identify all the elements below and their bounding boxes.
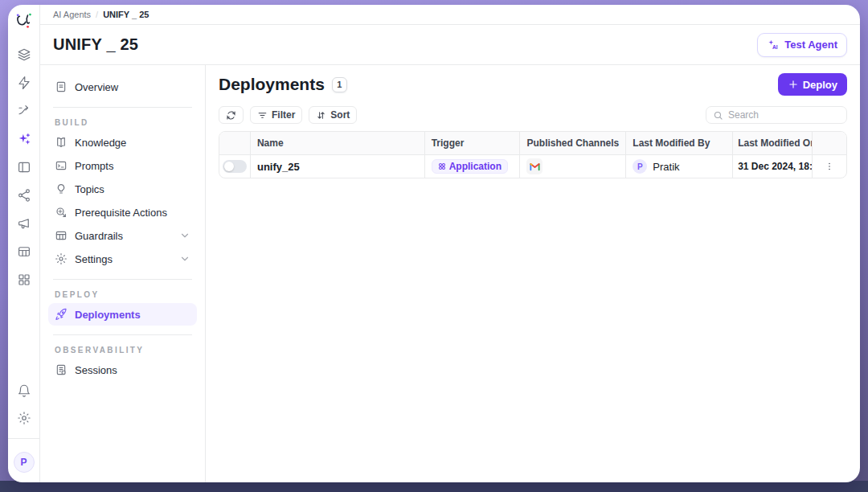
sort-label: Sort — [330, 109, 350, 121]
refresh-icon — [226, 110, 236, 121]
grid-small-icon — [438, 162, 446, 170]
search-icon — [713, 110, 723, 121]
column-header-name: Name — [250, 132, 424, 154]
test-agent-button[interactable]: AI Test Agent — [757, 33, 847, 57]
trigger-badge: Application — [432, 159, 508, 174]
sidebar-item-overview[interactable]: Overview — [48, 76, 197, 98]
share-icon[interactable] — [17, 188, 31, 203]
rail-divider — [8, 438, 39, 439]
flow-icon[interactable] — [17, 104, 31, 118]
book-icon — [55, 136, 68, 149]
section-title-build: BUILD — [55, 118, 190, 127]
sidebar-item-label: Settings — [75, 253, 113, 265]
deployments-panel: Deployments 1 Deploy — [206, 65, 860, 482]
sort-button[interactable]: Sort — [309, 106, 357, 124]
column-header-last-modified-by: Last Modified By — [625, 132, 732, 154]
deployments-table: Name Trigger Published Channels Last Mod… — [219, 131, 847, 178]
sidebar-item-label: Overview — [75, 81, 118, 93]
actions-icon — [55, 206, 68, 219]
modified-by-name: Pratik — [653, 161, 679, 173]
column-header-published-channels: Published Channels — [519, 132, 625, 154]
desktop-bottom-bar — [0, 481, 868, 492]
bell-icon[interactable] — [17, 383, 31, 398]
prompt-window-icon — [55, 159, 68, 172]
sidebar-item-guardrails[interactable]: Guardrails — [48, 224, 197, 247]
sparkles-icon[interactable] — [17, 132, 31, 146]
test-agent-icon: AI — [767, 39, 780, 51]
column-header-trigger: Trigger — [424, 132, 520, 154]
layers-icon[interactable] — [17, 47, 31, 62]
refresh-button[interactable] — [219, 106, 244, 124]
page-title: UNIFY _ 25 — [53, 35, 138, 54]
table-header-row: Name Trigger Published Channels Last Mod… — [219, 132, 846, 154]
sessions-icon — [55, 363, 68, 376]
table-icon[interactable] — [17, 244, 31, 259]
sidebar-item-deployments[interactable]: Deployments — [48, 303, 197, 326]
sidebar-divider — [53, 107, 192, 108]
sidebar-item-prompts[interactable]: Prompts — [48, 154, 197, 177]
filter-button[interactable]: Filter — [250, 106, 302, 124]
app-column: AI Agents / UNIFY _ 25 UNIFY _ 25 AI Tes… — [40, 5, 860, 482]
apps-grid-icon[interactable] — [17, 273, 31, 287]
breadcrumb-current: UNIFY _ 25 — [103, 10, 149, 19]
gmail-icon — [526, 158, 542, 174]
sidebar-item-knowledge[interactable]: Knowledge — [48, 131, 197, 154]
sidebar-item-label: Guardrails — [75, 230, 123, 242]
sidebar-item-label: Sessions — [75, 364, 117, 376]
table-icon — [55, 229, 68, 242]
title-bar: UNIFY _ 25 AI Test Agent — [40, 25, 860, 65]
sidebar-item-label: Topics — [75, 183, 104, 195]
sidebar-item-label: Prerequisite Actions — [75, 207, 167, 219]
svg-text:AI: AI — [772, 44, 778, 50]
sidebar-divider — [53, 279, 192, 280]
lightbulb-icon — [55, 182, 68, 195]
header-actions-column — [812, 132, 846, 154]
filter-lines-icon — [257, 110, 268, 121]
sort-icon — [316, 110, 326, 121]
modified-on-date: 31 Dec 2024, 18:11 — [732, 155, 812, 178]
deploy-button[interactable]: Deploy — [778, 73, 847, 96]
agent-sidebar: Overview BUILD Knowledge Prompts — [40, 65, 206, 482]
breadcrumb-parent[interactable]: AI Agents — [53, 10, 91, 19]
chevron-down-icon — [179, 253, 190, 264]
gear-icon — [55, 252, 68, 265]
rocket-icon — [55, 308, 68, 321]
icon-rail: P — [8, 5, 40, 482]
search-box[interactable] — [706, 106, 847, 124]
deployments-count-badge: 1 — [332, 77, 347, 92]
search-input[interactable] — [728, 109, 840, 121]
plus-icon — [788, 79, 799, 90]
file-text-icon — [55, 80, 68, 93]
app-logo-icon[interactable] — [14, 10, 35, 31]
megaphone-icon[interactable] — [17, 216, 31, 231]
section-title-observability: OBSERVABILITY — [55, 346, 190, 355]
sidebar-item-label: Deployments — [75, 309, 141, 321]
sidebar-item-settings[interactable]: Deployments Settings — [48, 248, 197, 270]
column-header-last-modified-on: Last Modified On — [732, 132, 812, 154]
chevron-down-icon — [179, 230, 190, 241]
gear-icon[interactable] — [17, 411, 31, 425]
app-window: P AI Agents / UNIFY _ 25 UNIFY _ 25 AI T… — [8, 5, 860, 482]
sidebar-item-topics[interactable]: Topics — [48, 178, 197, 200]
zap-icon[interactable] — [17, 76, 31, 90]
section-title-deploy: DEPLOY — [55, 290, 190, 299]
filter-label: Filter — [272, 109, 295, 121]
sidebar-item-label: Prompts — [75, 160, 113, 172]
row-kebab-menu-icon[interactable] — [824, 161, 835, 172]
header-toggle-column — [219, 132, 250, 154]
sidebar-item-sessions[interactable]: Sessions — [48, 359, 197, 381]
deployments-heading: Deployments — [219, 75, 325, 94]
test-agent-label: Test Agent — [784, 39, 837, 51]
sidebar-divider — [53, 334, 192, 335]
modified-by-avatar: P — [633, 159, 647, 174]
breadcrumb: AI Agents / UNIFY _ 25 — [40, 5, 860, 25]
sidebar-item-label: Knowledge — [75, 137, 126, 149]
sidebar-item-prerequisite-actions[interactable]: Prerequisite Actions — [48, 201, 197, 223]
deployment-enabled-toggle[interactable] — [223, 160, 247, 173]
deployment-name: unify_25 — [250, 155, 424, 178]
layout-icon[interactable] — [17, 160, 31, 174]
table-row: unify_25 Application — [219, 154, 846, 178]
user-avatar[interactable]: P — [14, 452, 35, 473]
breadcrumb-separator: / — [96, 10, 98, 19]
deploy-button-label: Deploy — [803, 79, 837, 91]
